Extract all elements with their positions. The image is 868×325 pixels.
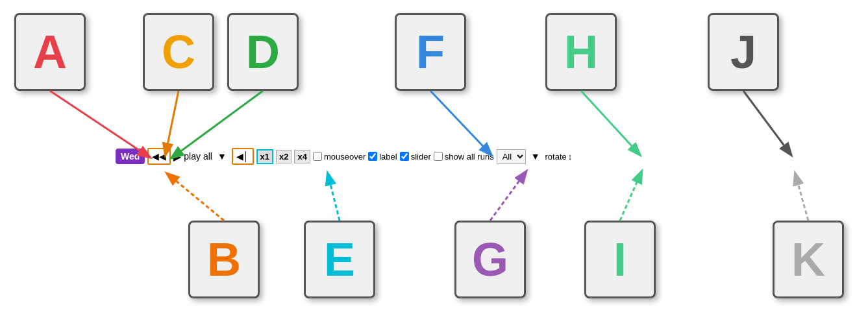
rotate-label: rotate ↕ — [545, 152, 573, 162]
svg-line-8 — [620, 172, 641, 221]
letter-box-d: D — [227, 13, 299, 91]
svg-line-5 — [430, 91, 491, 154]
rotate-text: rotate — [545, 152, 567, 162]
svg-line-3 — [167, 174, 224, 221]
prev-frame-button[interactable]: ◀◀ — [147, 148, 171, 165]
play-all-label: play all — [184, 151, 212, 162]
letter-i: I — [614, 233, 626, 286]
mouseover-checkbox-group[interactable]: mouseover — [313, 152, 366, 162]
slider-checkbox-group[interactable]: slider — [400, 152, 431, 162]
wed-button[interactable]: Wed — [116, 149, 145, 164]
letter-box-j: J — [708, 13, 779, 91]
letter-b: B — [207, 233, 241, 286]
play-button[interactable]: ▶ — [173, 150, 181, 163]
svg-line-0 — [50, 91, 149, 157]
main-scene: A C D F H J B E G I K Wed ◀◀ ▶ play all … — [0, 0, 868, 325]
letter-box-k: K — [773, 221, 844, 298]
svg-line-7 — [581, 91, 639, 154]
label-checkbox-group[interactable]: label — [368, 152, 397, 162]
letter-box-h: H — [545, 13, 617, 91]
slider-checkbox[interactable] — [400, 152, 409, 161]
label-checkbox[interactable] — [368, 152, 377, 161]
speed-x1-button[interactable]: x1 — [256, 149, 273, 164]
letter-a: A — [33, 25, 67, 78]
letter-box-a: A — [14, 13, 86, 91]
letter-f: F — [416, 25, 445, 78]
letter-box-b: B — [188, 221, 260, 298]
letter-box-g: G — [454, 221, 526, 298]
show-all-runs-label: show all runs — [445, 152, 494, 162]
letter-box-e: E — [304, 221, 375, 298]
speed-x4-button[interactable]: x4 — [294, 150, 310, 163]
letter-h: H — [564, 25, 598, 78]
all-select[interactable]: All — [497, 149, 526, 164]
control-bar: Wed ◀◀ ▶ play all ▼ ◀│ x1 x2 x4 mouseove… — [116, 148, 572, 165]
letter-c: C — [162, 25, 195, 78]
rotate-icon: ↕ — [568, 152, 573, 162]
letter-e: E — [324, 233, 355, 286]
svg-line-4 — [328, 174, 340, 221]
mouseover-checkbox[interactable] — [313, 152, 322, 161]
svg-line-9 — [743, 91, 791, 154]
play-dropdown[interactable]: ▼ — [215, 150, 229, 163]
letter-box-c: C — [143, 13, 214, 91]
letter-j: J — [730, 25, 756, 78]
svg-line-10 — [795, 174, 808, 221]
show-all-runs-checkbox-group[interactable]: show all runs — [434, 152, 494, 162]
svg-line-6 — [490, 172, 526, 221]
show-all-runs-checkbox[interactable] — [434, 152, 443, 161]
letter-box-i: I — [584, 221, 656, 298]
all-dropdown-icon[interactable]: ▼ — [528, 150, 543, 163]
svg-line-1 — [166, 91, 179, 154]
label-label: label — [379, 152, 397, 162]
letter-k: K — [791, 233, 825, 286]
letter-g: G — [472, 233, 508, 286]
next-keyframe-button[interactable]: ◀│ — [232, 148, 254, 165]
slider-label: slider — [411, 152, 431, 162]
letter-d: D — [246, 25, 280, 78]
mouseover-label: mouseover — [324, 152, 366, 162]
speed-x2-button[interactable]: x2 — [276, 150, 291, 163]
letter-box-f: F — [395, 13, 466, 91]
